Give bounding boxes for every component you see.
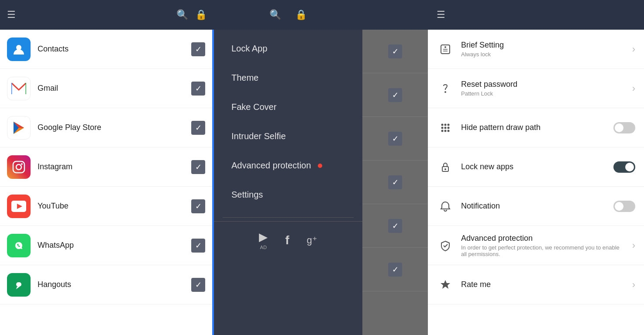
menu-checkbox[interactable]: ✓	[388, 44, 402, 58]
settings-item-action[interactable]: ›	[632, 240, 635, 251]
svg-point-20	[441, 123, 444, 126]
settings-item-text: Notification	[461, 202, 606, 211]
svg-point-24	[444, 126, 447, 129]
settings-item-label: Notification	[461, 202, 606, 211]
settings-item-text: Rate me	[461, 280, 625, 289]
settings-item-reset-password[interactable]: Reset passwordPattern Lock›	[428, 69, 644, 108]
app-icon-instagram	[7, 155, 31, 179]
svg-point-23	[441, 126, 444, 129]
toggle-on[interactable]	[613, 161, 635, 173]
settings-item-icon	[437, 198, 454, 215]
app-checkbox[interactable]: ✓	[191, 42, 205, 56]
chevron-icon[interactable]: ›	[632, 83, 635, 94]
menu-divider	[223, 217, 354, 218]
app-checkbox[interactable]: ✓	[191, 121, 205, 135]
menu-checkbox[interactable]: ✓	[388, 219, 402, 233]
settings-item-action[interactable]: ›	[632, 44, 635, 55]
menu-checkbox[interactable]: ✓	[388, 132, 402, 146]
svg-point-18	[444, 46, 446, 48]
menu-checkbox[interactable]: ✓	[388, 263, 402, 277]
menu-item-fake-cover[interactable]: Fake Cover	[214, 92, 362, 122]
settings-item-text: Hide pattern draw path	[461, 123, 606, 132]
check-col-item[interactable]: ✓	[362, 30, 428, 73]
svg-point-30	[444, 168, 446, 170]
settings-item-action[interactable]	[613, 122, 635, 133]
app-checkbox[interactable]: ✓	[191, 278, 205, 292]
lock-icon[interactable]: 🔒	[195, 9, 207, 21]
app-item[interactable]: Gmail✓	[0, 69, 212, 108]
right-hamburger-icon[interactable]: ☰	[437, 9, 445, 21]
app-item[interactable]: Contacts✓	[0, 30, 212, 69]
settings-item-hide-pattern-draw-path: Hide pattern draw path	[428, 108, 644, 147]
menu-item-intruder-selfie[interactable]: Intruder Selfie	[214, 122, 362, 151]
settings-item-icon	[437, 119, 454, 137]
app-icon-whatsapp	[7, 234, 31, 257]
settings-item-action[interactable]: ›	[632, 83, 635, 94]
google-plus-icon[interactable]: g⁺	[307, 235, 317, 246]
svg-marker-31	[441, 280, 450, 289]
chevron-icon[interactable]: ›	[632, 279, 635, 291]
menu-checkbox[interactable]: ✓	[388, 175, 402, 189]
settings-item-action[interactable]: ›	[632, 279, 635, 291]
middle-lock-icon[interactable]: 🔒	[295, 9, 307, 21]
menu-item-settings[interactable]: Settings	[214, 180, 362, 209]
app-checkbox[interactable]: ✓	[191, 239, 205, 253]
settings-item-label: Brief Setting	[461, 41, 625, 50]
settings-item-icon	[437, 276, 454, 294]
app-icon-google-play-store	[7, 116, 31, 140]
settings-item-text: Reset passwordPattern Lock	[461, 80, 625, 97]
toggle-off[interactable]	[613, 122, 635, 133]
check-col-item[interactable]: ✓	[362, 73, 428, 117]
menu-item-advanced-protection[interactable]: Advanced protection	[214, 151, 362, 180]
hamburger-icon[interactable]: ☰	[7, 9, 16, 21]
svg-point-25	[448, 126, 450, 129]
middle-panel: 🔍 🔒 Lock AppThemeFake CoverIntruder Self…	[214, 0, 362, 335]
chevron-icon[interactable]: ›	[632, 44, 635, 55]
app-item[interactable]: Hangouts✓	[0, 265, 212, 304]
left-header: ☰ 🔍 🔒	[0, 0, 214, 30]
check-col-items: ✓✓✓✓✓✓	[362, 30, 428, 335]
app-checkbox[interactable]: ✓	[191, 160, 205, 174]
left-panel: ☰ 🔍 🔒 Contacts✓Gmail✓Google Play Store✓I…	[0, 0, 214, 335]
svg-point-10	[21, 163, 23, 165]
settings-item-action[interactable]	[613, 161, 635, 173]
chevron-icon[interactable]: ›	[632, 240, 635, 251]
app-item[interactable]: Instagram✓	[0, 147, 212, 187]
menu-item-lock-app[interactable]: Lock App	[214, 34, 362, 63]
middle-search-icon[interactable]: 🔍	[269, 9, 281, 21]
check-col-item[interactable]: ✓	[362, 204, 428, 248]
settings-item-label: Advanced protection	[461, 234, 625, 243]
settings-item-advanced-protection[interactable]: Advanced protectionIn order to get perfe…	[428, 226, 644, 265]
settings-item-text: Lock new apps	[461, 162, 606, 171]
toggle-off[interactable]	[613, 201, 635, 212]
app-icon-contacts	[7, 38, 31, 61]
settings-item-icon	[437, 80, 454, 97]
settings-item-label: Hide pattern draw path	[461, 123, 606, 132]
app-item[interactable]: YouTube✓	[0, 187, 212, 226]
check-col-item[interactable]: ✓	[362, 248, 428, 291]
app-checkbox[interactable]: ✓	[191, 199, 205, 213]
play-store-footer-icon[interactable]: ▶	[259, 230, 268, 244]
search-icon[interactable]: 🔍	[176, 9, 188, 21]
app-name-label: Gmail	[38, 84, 191, 93]
check-col-item[interactable]: ✓	[362, 161, 428, 204]
middle-header: 🔍 🔒	[214, 0, 362, 30]
facebook-icon[interactable]: f	[285, 233, 289, 247]
ad-label: AD	[260, 245, 267, 250]
app-name-label: Instagram	[38, 162, 191, 171]
app-checkbox[interactable]: ✓	[191, 82, 205, 96]
settings-item-action[interactable]	[613, 201, 635, 212]
app-name-label: WhatsApp	[38, 241, 191, 250]
app-item[interactable]: Google Play Store✓	[0, 108, 212, 147]
app-item[interactable]: WhatsApp✓	[0, 226, 212, 265]
svg-rect-15	[16, 282, 21, 287]
svg-point-21	[444, 123, 447, 126]
settings-item-sublabel: Pattern Lock	[461, 90, 625, 97]
settings-item-lock-new-apps: Lock new apps	[428, 147, 644, 187]
settings-item-icon	[437, 41, 454, 58]
settings-item-brief-setting[interactable]: Brief SettingAlways lock›	[428, 30, 644, 69]
settings-item-rate-me[interactable]: Rate me›	[428, 265, 644, 304]
menu-item-theme[interactable]: Theme	[214, 63, 362, 92]
menu-checkbox[interactable]: ✓	[388, 88, 402, 102]
check-col-item[interactable]: ✓	[362, 117, 428, 161]
